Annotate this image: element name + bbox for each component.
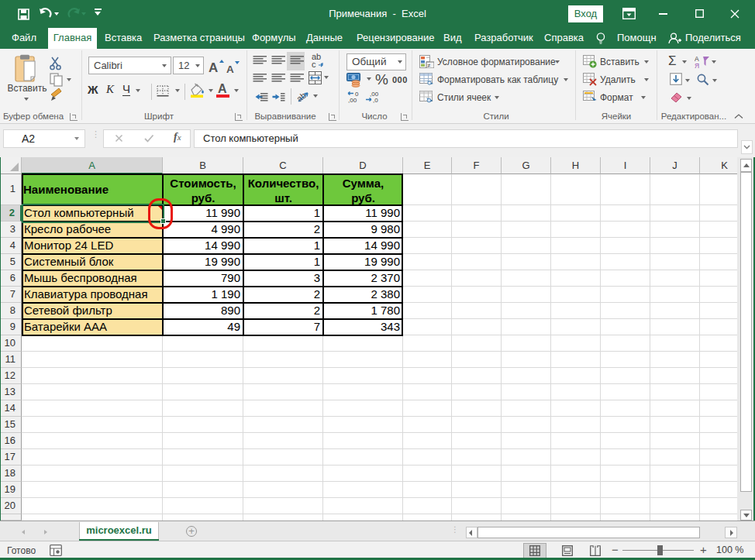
svg-text:≠: ≠	[428, 63, 431, 68]
svg-text:ab: ab	[296, 91, 308, 104]
svg-text:,0: ,0	[373, 97, 378, 103]
svg-text:,00: ,00	[348, 97, 357, 103]
svg-text:Я: Я	[695, 62, 699, 69]
svg-text:c: c	[312, 60, 316, 69]
